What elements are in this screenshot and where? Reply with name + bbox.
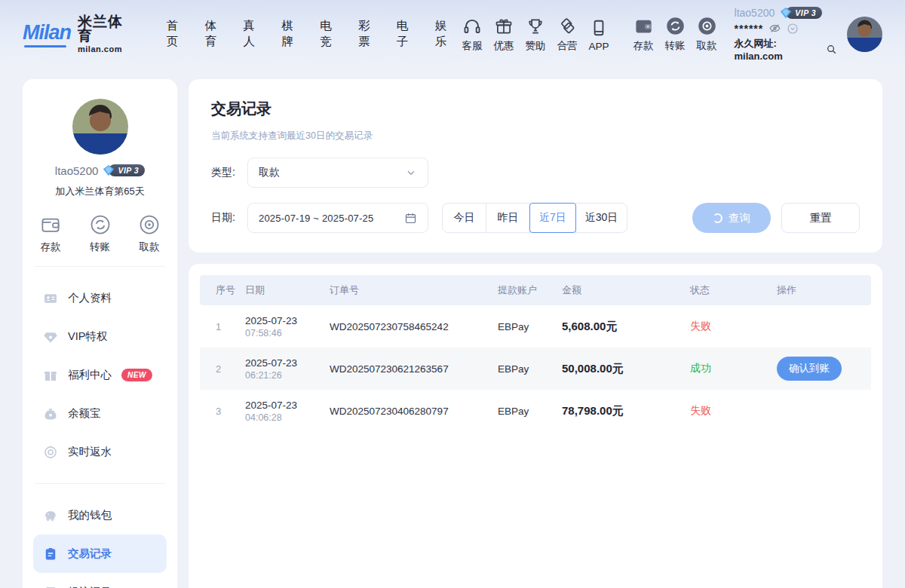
top-actions: 客服 优惠 — [457, 15, 722, 53]
wallet-filled-icon — [634, 15, 654, 36]
tags-icon — [557, 15, 577, 36]
row-time: 04:06:28 — [245, 412, 330, 423]
service-button[interactable]: 客服 — [457, 15, 488, 53]
transfer-filled-icon — [665, 15, 686, 36]
quick-today-button[interactable]: 今日 — [442, 203, 486, 233]
query-button[interactable]: 查询 — [692, 203, 771, 233]
col-header-amount: 金额 — [562, 283, 690, 297]
table-row: 1 2025-07-23 07:58:46 WD2025072307584652… — [200, 305, 871, 348]
type-filter-row: 类型: 取款 — [211, 158, 860, 188]
col-header-action: 操作 — [777, 283, 871, 297]
sidebar-item-bets[interactable]: 投注记录 — [33, 573, 167, 588]
nav-home[interactable]: 首页 — [167, 18, 189, 50]
row-time: 06:21:26 — [245, 370, 330, 381]
deposit-shortcut[interactable]: 存款 — [39, 213, 62, 254]
type-select[interactable]: 取款 — [247, 158, 428, 188]
reset-button[interactable]: 重置 — [781, 203, 860, 233]
nav-esports[interactable]: 电竞 — [320, 18, 342, 50]
profile-username: ltao5200 — [55, 164, 99, 177]
joined-days-text: 加入米兰体育第65天 — [33, 185, 167, 198]
withdraw-button[interactable]: 取款 — [692, 15, 722, 53]
transaction-record-icon — [43, 547, 58, 562]
sidebar-item-welfare[interactable]: 福利中心 NEW — [33, 356, 167, 394]
sidebar: ltao5200 VIP 3 加入米兰体育第65天 存款 — [23, 79, 177, 588]
partner-button[interactable]: 合营 — [552, 15, 583, 53]
vip-badge: VIP 3 — [779, 6, 822, 20]
confirm-receipt-button[interactable]: 确认到账 — [777, 357, 842, 381]
sponsor-button[interactable]: 赞助 — [520, 15, 551, 53]
nav-entertainment[interactable]: 娱乐 — [435, 18, 457, 50]
phone-icon — [589, 17, 609, 38]
sidebar-item-vip[interactable]: VIP特权 — [33, 317, 167, 356]
gem-icon — [43, 329, 58, 345]
transfer-outline-icon — [89, 213, 112, 236]
col-header-date: 日期 — [245, 283, 330, 297]
row-time: 07:58:46 — [245, 328, 330, 338]
chevron-down-icon — [405, 167, 417, 179]
app-button[interactable]: APP — [584, 17, 615, 52]
quick-yesterday-button[interactable]: 昨日 — [486, 203, 530, 233]
piggy-bank-icon — [43, 508, 58, 523]
nav-lottery[interactable]: 彩票 — [358, 18, 380, 50]
page-title: 交易记录 — [211, 99, 860, 119]
divider — [35, 266, 165, 267]
sidebar-item-yuebao[interactable]: 余额宝 — [33, 394, 167, 433]
permanent-url-label: 永久网址: milan.com — [735, 37, 824, 62]
nav-slots[interactable]: 电子 — [397, 18, 419, 50]
money-bag-icon — [43, 406, 58, 421]
main-nav: 首页 体育 真人 棋牌 电竞 彩票 电子 娱乐 — [150, 18, 457, 50]
quick-date-group: 今日 昨日 近7日 近30日 — [442, 203, 627, 233]
row-status: 失败 — [690, 404, 777, 418]
username: ltao5200 — [735, 7, 775, 19]
user-avatar[interactable] — [847, 17, 882, 52]
col-header-account: 提款账户 — [498, 283, 562, 297]
row-status: 失败 — [690, 320, 777, 333]
sidebar-item-wallet[interactable]: 我的钱包 — [33, 496, 167, 534]
transfer-button[interactable]: 转账 — [660, 15, 691, 53]
table-row: 2 2025-07-23 06:21:26 WD2025072306212635… — [200, 348, 871, 390]
sidebar-item-transactions[interactable]: 交易记录 — [33, 534, 167, 573]
row-account: EBPay — [498, 363, 562, 375]
type-label: 类型: — [211, 166, 247, 179]
col-header-no: 序号 — [200, 283, 245, 297]
profile-vip-badge: VIP 3 — [102, 164, 145, 177]
gift-box-icon — [43, 368, 58, 383]
bet-record-icon — [43, 585, 58, 588]
quick-last30-button[interactable]: 近30日 — [575, 203, 628, 233]
nav-sports[interactable]: 体育 — [205, 18, 227, 50]
user-info: ltao5200 VIP 3 ****** — [735, 6, 837, 62]
row-account: EBPay — [498, 406, 562, 417]
chevron-circle-icon[interactable] — [787, 23, 799, 35]
new-badge: NEW — [121, 369, 152, 381]
transfer-shortcut[interactable]: 转账 — [89, 213, 112, 254]
date-label: 日期: — [211, 211, 247, 225]
profile-avatar[interactable] — [72, 99, 128, 155]
row-order-no: WD202507230758465242 — [330, 321, 498, 332]
search-icon[interactable] — [826, 44, 837, 55]
withdraw-filled-icon — [697, 15, 717, 36]
row-order-no: WD202507230621263567 — [330, 363, 498, 375]
table-header-row: 序号 日期 订单号 提款账户 金额 状态 操作 — [200, 275, 871, 305]
type-select-value: 取款 — [259, 166, 405, 179]
withdraw-shortcut[interactable]: 取款 — [138, 213, 161, 254]
sidebar-item-rebate[interactable]: 实时返水 — [33, 433, 167, 471]
col-header-status: 状态 — [690, 283, 777, 297]
row-status: 成功 — [690, 362, 777, 375]
eye-off-icon[interactable] — [768, 22, 781, 35]
deposit-button[interactable]: 存款 — [628, 15, 659, 53]
divider — [35, 483, 165, 484]
sidebar-item-profile[interactable]: 个人资料 — [33, 279, 167, 317]
date-range-input[interactable]: 2025-07-19 ~ 2025-07-25 — [247, 203, 428, 233]
promo-button[interactable]: 优惠 — [489, 15, 520, 53]
wallet-shortcuts: 存款 转账 — [33, 213, 167, 254]
page-body: ltao5200 VIP 3 加入米兰体育第65天 存款 — [0, 68, 905, 588]
row-amount: 78,798.00元 — [562, 404, 690, 418]
nav-live[interactable]: 真人 — [243, 18, 265, 50]
nav-cards[interactable]: 棋牌 — [281, 18, 303, 50]
quick-last7-button[interactable]: 近7日 — [529, 203, 576, 233]
brand-logo[interactable]: Milan 米兰体育 milan.com — [23, 14, 133, 54]
brand-logo-script: Milan — [23, 21, 71, 47]
gift-icon — [494, 15, 514, 36]
brand-domain: milan.com — [78, 45, 133, 54]
wallet-outline-icon — [39, 213, 62, 236]
